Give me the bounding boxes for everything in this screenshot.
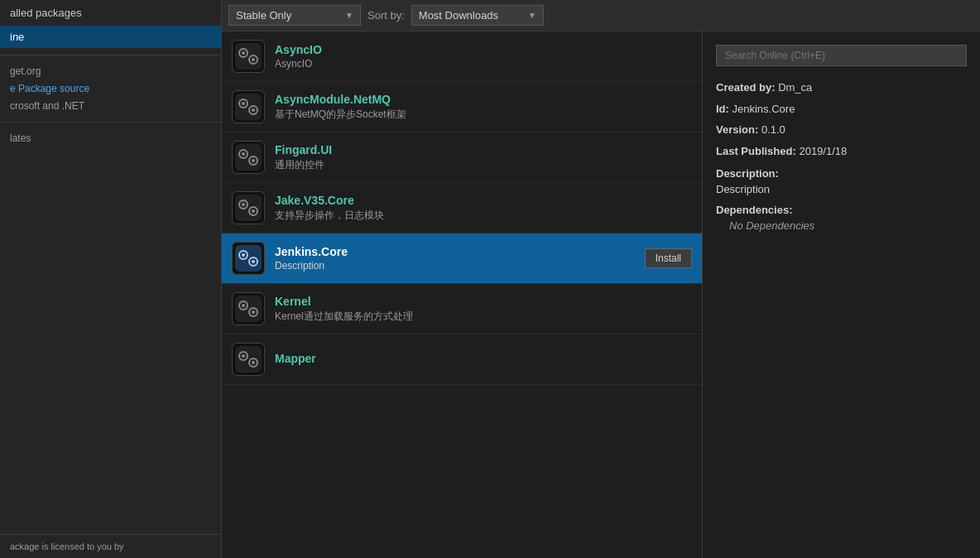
pkg-name-asyncio: AsyncIO <box>275 43 692 56</box>
sort-by-label: Sort by: <box>368 9 405 22</box>
package-item-asyncmodule[interactable]: AsyncModule.NetMQ 基于NetMQ的异步Socket框架 <box>222 82 702 132</box>
detail-version: Version: 0.1.0 <box>716 122 967 138</box>
svg-point-14 <box>252 159 255 162</box>
detail-last-published: Last Published: 2019/1/18 <box>716 143 967 160</box>
svg-point-24 <box>252 260 255 263</box>
stable-only-dropdown[interactable]: Stable Only ▼ <box>228 5 361 26</box>
pkg-name-jenkins: Jenkins.Core <box>275 245 645 258</box>
package-item-mapper[interactable]: Mapper <box>222 334 702 385</box>
detail-dependencies-title: Dependencies: <box>716 204 967 216</box>
install-button[interactable]: Install <box>645 248 692 268</box>
pkg-info-asyncio: AsyncIO AsyncIO <box>275 43 692 70</box>
toolbar: Stable Only ▼ Sort by: Most Downloads ▼ <box>222 0 980 31</box>
svg-point-27 <box>242 304 245 307</box>
detail-description-value: Description <box>716 183 967 195</box>
sidebar-bottom-text: ackage is licensed to you by <box>0 534 221 558</box>
pkg-info-mapper: Mapper <box>275 352 692 367</box>
pkg-name-kernel: Kernel <box>275 295 692 308</box>
pkg-icon-fingard <box>232 141 265 174</box>
svg-point-2 <box>242 51 245 55</box>
svg-rect-25 <box>235 296 262 322</box>
pkg-info-jenkins: Jenkins.Core Description <box>275 245 645 272</box>
detail-description-title: Description: <box>716 167 967 180</box>
pkg-info-jake: Jake.V35.Core 支持异步操作，日志模块 <box>275 194 692 223</box>
nuget-url: get.org <box>0 62 221 80</box>
package-item-kernel[interactable]: Kernel Kernel通过加载服务的方式处理 <box>222 284 702 334</box>
sidebar-divider-2 <box>0 122 221 123</box>
most-downloads-chevron: ▼ <box>528 11 536 20</box>
svg-point-9 <box>252 108 255 112</box>
templates-label: lates <box>0 129 221 147</box>
svg-rect-0 <box>235 43 262 70</box>
package-item-fingard[interactable]: Fingard.UI 通用的控件 <box>222 132 702 183</box>
pkg-name-fingard: Fingard.UI <box>275 143 692 156</box>
sidebar-active-item[interactable]: ine <box>0 26 221 48</box>
pkg-desc-jenkins: Description <box>275 260 645 272</box>
pkg-icon-jake <box>232 191 265 224</box>
most-downloads-dropdown[interactable]: Most Downloads ▼ <box>411 5 544 26</box>
pkg-icon-asyncmodule <box>232 90 265 123</box>
pkg-desc-asyncmodule: 基于NetMQ的异步Socket框架 <box>275 108 692 122</box>
svg-rect-10 <box>235 144 262 171</box>
svg-point-22 <box>242 253 245 257</box>
package-source-link[interactable]: e Package source <box>0 80 221 97</box>
package-item-asyncio[interactable]: AsyncIO AsyncIO <box>222 31 702 82</box>
pkg-icon-jenkins <box>232 242 265 275</box>
pkg-info-fingard: Fingard.UI 通用的控件 <box>275 143 692 172</box>
main-content: Stable Only ▼ Sort by: Most Downloads ▼ <box>222 0 980 558</box>
search-input[interactable] <box>716 45 967 66</box>
detail-created-by: Created by: Dm_ca <box>716 79 967 96</box>
pkg-icon-asyncio <box>232 40 265 73</box>
package-item-jake[interactable]: Jake.V35.Core 支持异步操作，日志模块 <box>222 183 702 233</box>
detail-panel: Created by: Dm_ca Id: Jenkins.Core Versi… <box>702 31 980 558</box>
pkg-name-jake: Jake.V35.Core <box>275 194 692 207</box>
svg-point-12 <box>242 152 245 156</box>
package-list[interactable]: AsyncIO AsyncIO AsyncModule.NetMQ <box>222 31 702 558</box>
detail-id: Id: Jenkins.Core <box>716 101 967 118</box>
sidebar-divider-1 <box>0 55 221 55</box>
svg-point-32 <box>242 354 245 358</box>
stable-only-chevron: ▼ <box>345 11 353 20</box>
svg-rect-20 <box>235 245 262 272</box>
svg-point-17 <box>242 203 245 206</box>
pkg-info-asyncmodule: AsyncModule.NetMQ 基于NetMQ的异步Socket框架 <box>275 93 692 122</box>
svg-rect-5 <box>235 94 262 120</box>
svg-rect-15 <box>235 195 262 221</box>
installed-packages-header: alled packages <box>0 0 221 26</box>
pkg-name-asyncmodule: AsyncModule.NetMQ <box>275 93 692 106</box>
pkg-desc-jake: 支持异步操作，日志模块 <box>275 209 692 223</box>
svg-point-4 <box>252 58 255 61</box>
sidebar: alled packages ine get.org e Package sou… <box>0 0 222 558</box>
detail-no-dependencies: No Dependencies <box>729 219 967 232</box>
svg-point-34 <box>252 361 255 364</box>
svg-point-29 <box>252 310 255 314</box>
microsoft-label: crosoft and .NET <box>0 97 221 115</box>
package-item-jenkins[interactable]: Jenkins.Core Description Install <box>222 233 702 284</box>
svg-point-7 <box>242 102 245 105</box>
pkg-desc-kernel: Kernel通过加载服务的方式处理 <box>275 310 692 324</box>
content-area: AsyncIO AsyncIO AsyncModule.NetMQ <box>222 31 980 558</box>
pkg-icon-mapper <box>232 343 265 376</box>
pkg-info-kernel: Kernel Kernel通过加载服务的方式处理 <box>275 295 692 324</box>
pkg-desc-asyncio: AsyncIO <box>275 58 692 70</box>
svg-rect-30 <box>235 346 262 373</box>
pkg-desc-fingard: 通用的控件 <box>275 158 692 172</box>
pkg-name-mapper: Mapper <box>275 352 692 365</box>
svg-point-19 <box>252 209 255 213</box>
pkg-icon-kernel <box>232 292 265 325</box>
